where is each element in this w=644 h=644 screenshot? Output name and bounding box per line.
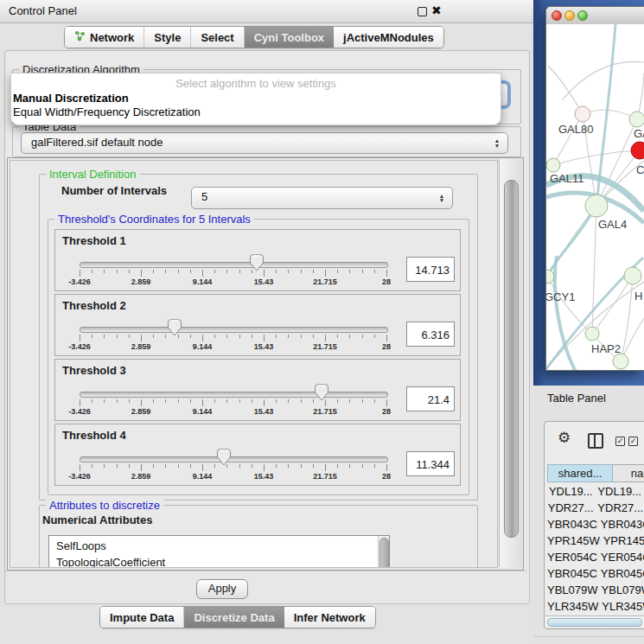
threshold-value-field[interactable]: 6.316 [406, 322, 455, 347]
tab-impute-data[interactable]: Impute Data [100, 607, 184, 628]
tick-mark [337, 464, 338, 468]
tick-mark [337, 399, 338, 403]
table-data-value: galFiltered.sif default node [31, 136, 163, 149]
tab-jactivemnodules[interactable]: jActiveMNodules [334, 27, 443, 48]
tick-mark [301, 464, 302, 468]
network-edge [553, 150, 640, 165]
tick-mark [214, 464, 215, 468]
tick-mark [214, 270, 215, 273]
minimize-traffic-light[interactable] [564, 10, 575, 21]
tab-discretize-data[interactable]: Discretize Data [184, 607, 284, 628]
close-traffic-light[interactable] [552, 10, 562, 21]
cell-name: YBR045C [597, 565, 644, 582]
tick-mark [301, 270, 302, 273]
slider-track[interactable] [80, 456, 388, 462]
control-panel-tabs: NetworkStyleSelectCyni ToolboxjActiveMNo… [64, 26, 444, 48]
tab-infer-network[interactable]: Infer Network [284, 607, 375, 628]
cell-name: YER054C [597, 549, 644, 565]
table-horizontal-scrollbar[interactable] [545, 615, 644, 627]
checkbox-icon[interactable]: ✓ [615, 437, 625, 446]
table-row[interactable]: YPR145WYPR145W [547, 532, 644, 549]
tick-label: 21.715 [313, 472, 337, 481]
tick-mark [386, 335, 387, 341]
tick-label: 9.144 [193, 277, 213, 286]
interval-definition-title: Interval Definition [46, 168, 139, 181]
slider-thumb[interactable] [217, 449, 231, 466]
numerical-attributes-list[interactable]: SelfLoopsTopologicalCoefficientBetweenne… [48, 535, 390, 568]
table-row[interactable]: YDR27...YDR27... [547, 500, 644, 516]
slider-track[interactable] [80, 327, 388, 333]
attributes-scrollbar-thumb[interactable] [379, 538, 389, 568]
float-window-icon[interactable] [418, 7, 427, 16]
cell-shared-name: YDR27... [547, 500, 594, 516]
tick-label: 15.43 [254, 407, 274, 416]
network-window-titlebar[interactable] [546, 7, 644, 25]
table-scrollbar-thumb[interactable] [547, 618, 642, 627]
threshold-value-field[interactable]: 21.4 [406, 386, 455, 411]
table-row[interactable]: YBL079WYBL079W [547, 582, 644, 598]
tab-cyni-toolbox[interactable]: Cyni Toolbox [245, 27, 334, 48]
table-row[interactable]: YLR345WYLR345W [547, 598, 644, 615]
threshold-value-field[interactable]: 11.344 [406, 451, 455, 476]
tab-style[interactable]: Style [144, 27, 191, 48]
tick-mark [226, 335, 227, 338]
table-row[interactable]: YBR045CYBR045C [547, 565, 644, 582]
tick-label: -3.426 [68, 342, 91, 351]
network-node-label: GAL4 [598, 218, 627, 231]
tick-label: -3.426 [68, 472, 91, 481]
slider-thumb[interactable] [168, 319, 182, 336]
column-header-name[interactable]: name [613, 464, 644, 482]
close-icon[interactable]: ✖ [431, 3, 442, 17]
tick-mark [301, 399, 302, 403]
tick-mark [252, 335, 252, 338]
threshold-label: Threshold 3 [62, 364, 126, 377]
tick-label: 9.144 [193, 407, 213, 416]
tick-label: 28 [382, 472, 391, 481]
list-item-selfloops[interactable]: SelfLoops [49, 538, 389, 554]
tick-mark [92, 399, 92, 403]
network-canvas[interactable]: GAL80GACGAL11GAL4GCY1HHAP2 [546, 24, 644, 370]
threshold-value-field[interactable]: 14.713 [406, 257, 455, 282]
gear-icon[interactable]: ⚙ [558, 430, 571, 445]
table-data-combobox[interactable]: galFiltered.sif default node ▲▼ [21, 132, 508, 154]
popup-option-equal-width-frequency-discretization[interactable]: Equal Width/Frequency Discretization [11, 105, 501, 119]
tick-mark [374, 399, 375, 403]
cell-shared-name: YDL19... [547, 483, 594, 500]
table-row[interactable]: YBR043CYBR043C [547, 516, 644, 532]
popup-option-manual-discretization[interactable]: Manual Discretization [11, 92, 501, 105]
zoom-traffic-light[interactable] [577, 10, 588, 21]
list-item-topologicalcoefficient[interactable]: TopologicalCoefficient [49, 554, 389, 568]
slider-thumb[interactable] [250, 254, 264, 271]
settings-scrollbar-thumb[interactable] [504, 180, 519, 538]
network-icon [74, 30, 86, 44]
network-node-hap2 [585, 327, 599, 341]
table-row[interactable]: YER054CYER054C [547, 549, 644, 565]
tick-mark [374, 270, 375, 273]
cell-name: YDL19... [594, 483, 644, 500]
network-node-label: C [636, 163, 644, 176]
tick-mark [252, 399, 252, 403]
algorithm-dropdown-popup: Select algorithm to view settings Manual… [10, 73, 501, 125]
tick-mark [276, 464, 277, 468]
columns-icon[interactable] [588, 433, 603, 449]
slider-thumb[interactable] [315, 384, 328, 401]
combo-arrows-icon: ▲▼ [493, 133, 501, 153]
apply-button[interactable]: Apply [196, 579, 248, 599]
network-node-gal11 [546, 158, 560, 172]
tick-mark [202, 270, 203, 277]
tab-network[interactable]: Network [65, 27, 144, 48]
tick-mark [313, 399, 314, 403]
slider-track[interactable] [80, 262, 388, 268]
column-header-shared-name[interactable]: shared... [547, 464, 613, 482]
tick-label: 28 [382, 277, 391, 286]
tab-select[interactable]: Select [191, 27, 244, 48]
attributes-scrollbar[interactable] [378, 536, 389, 568]
slider-track[interactable] [80, 392, 388, 398]
network-node-red-node [631, 142, 644, 159]
checkbox-icon[interactable]: ✓ [628, 437, 638, 446]
settings-scrollbar[interactable] [499, 159, 522, 567]
number-of-intervals-combobox[interactable]: 5 ▲▼ [191, 187, 453, 209]
table-row[interactable]: YDL19...YDL19... [547, 483, 644, 500]
numerical-attributes-label: Numerical Attributes [42, 513, 152, 526]
tick-mark [239, 464, 240, 468]
